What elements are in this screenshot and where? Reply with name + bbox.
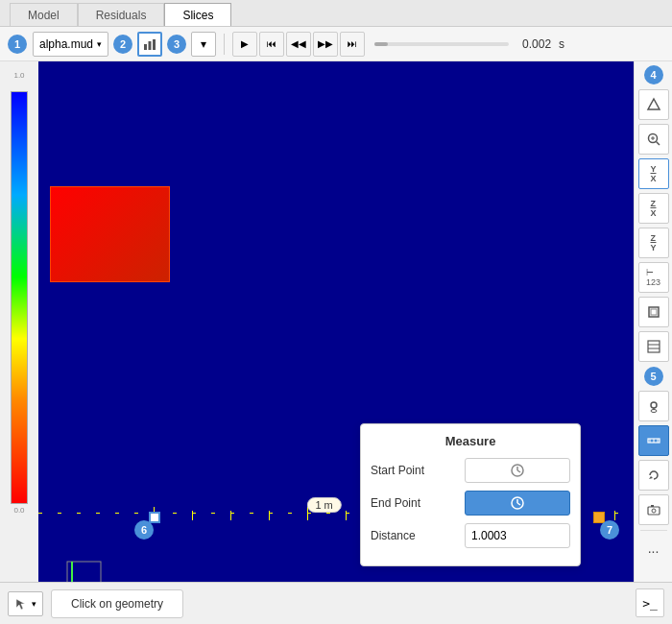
tab-bar: Model Residuals Slices bbox=[0, 0, 672, 27]
svg-marker-36 bbox=[16, 599, 25, 610]
tick-4 bbox=[269, 511, 270, 520]
more-icon: ··· bbox=[648, 543, 660, 559]
distance-value: 1.0003 bbox=[465, 523, 570, 548]
terminal-icon: >_ bbox=[642, 596, 658, 611]
svg-rect-33 bbox=[648, 507, 660, 515]
layers-icon bbox=[647, 340, 660, 353]
badge-6: 6 bbox=[134, 520, 154, 540]
svg-rect-35 bbox=[651, 505, 654, 507]
more-button[interactable]: ··· bbox=[638, 536, 669, 566]
colorbar-area: 1.0 0.0 bbox=[0, 61, 38, 624]
end-point-row: End Point bbox=[371, 491, 570, 516]
main-toolbar: 1 alpha.mud ▾ 2 3 ▾ ▶ ⏮ ◀◀ ▶▶ bbox=[0, 27, 672, 61]
zx-view-label: ZX bbox=[650, 199, 656, 218]
dropdown-arrow-icon: ▾ bbox=[97, 39, 102, 49]
frame-icon bbox=[647, 305, 660, 319]
svg-line-14 bbox=[517, 503, 520, 505]
svg-marker-32 bbox=[649, 476, 653, 479]
end-point-label: End Point bbox=[371, 496, 447, 510]
colorbar-top-label: 1.0 bbox=[13, 71, 24, 80]
xy-view-button[interactable]: YX bbox=[638, 158, 669, 189]
camera-icon bbox=[647, 503, 660, 516]
terminal-button[interactable]: >_ bbox=[636, 588, 664, 617]
media-controls: ▶ ⏮ ◀◀ ▶▶ ⏭ bbox=[232, 32, 365, 57]
svg-line-11 bbox=[517, 470, 520, 472]
bar-chart-icon bbox=[143, 37, 156, 51]
measure-start-marker[interactable] bbox=[149, 512, 160, 523]
clock-icon bbox=[510, 463, 525, 478]
zy-view-button[interactable]: ZY bbox=[638, 228, 669, 258]
badge-4: 4 bbox=[644, 65, 663, 84]
end-point-input[interactable] bbox=[465, 491, 570, 516]
zoom-icon bbox=[646, 132, 661, 147]
step-back-button[interactable]: ◀◀ bbox=[286, 32, 311, 57]
file-dropdown[interactable]: alpha.mud ▾ bbox=[33, 32, 108, 57]
zx-view-button[interactable]: ZX bbox=[638, 193, 669, 224]
tick-13 bbox=[614, 511, 615, 520]
clock-active-icon bbox=[510, 495, 525, 511]
options-dropdown-btn[interactable]: ▾ bbox=[191, 32, 216, 57]
tab-model[interactable]: Model bbox=[10, 3, 78, 26]
chevron-down-icon: ▾ bbox=[201, 37, 206, 51]
start-point-input[interactable] bbox=[465, 458, 570, 483]
measure-dialog: Measure Start Point End Point bbox=[360, 423, 581, 566]
svg-rect-2 bbox=[153, 39, 156, 50]
distance-label: Distance bbox=[371, 529, 447, 542]
badge-5: 5 bbox=[644, 367, 663, 386]
svg-point-34 bbox=[652, 509, 656, 513]
rotate-button[interactable] bbox=[638, 460, 669, 491]
cursor-dropdown-arrow: ▾ bbox=[32, 599, 36, 609]
svg-marker-15 bbox=[648, 99, 660, 109]
zy-view-label: ZY bbox=[650, 233, 656, 252]
pin-button[interactable] bbox=[638, 391, 669, 421]
zoom-button[interactable] bbox=[638, 124, 669, 155]
badge-1: 1 bbox=[8, 35, 27, 54]
play-button[interactable]: ▶ bbox=[232, 32, 257, 57]
rotate-icon bbox=[647, 468, 660, 482]
start-point-row: Start Point bbox=[371, 458, 570, 483]
time-slider[interactable] bbox=[374, 42, 509, 46]
skip-back-button[interactable]: ⏮ bbox=[259, 32, 284, 57]
cursor-button[interactable]: ▾ bbox=[8, 591, 43, 616]
camera-button[interactable] bbox=[638, 494, 669, 525]
skip-fwd-button[interactable]: ⏭ bbox=[340, 32, 365, 57]
badge-7: 7 bbox=[600, 520, 619, 540]
tick-2 bbox=[192, 511, 193, 520]
skip-fwd-icon: ⏭ bbox=[348, 38, 357, 49]
badge-3: 3 bbox=[167, 35, 186, 54]
svg-point-25 bbox=[651, 402, 657, 408]
frame-button[interactable] bbox=[638, 297, 669, 327]
step-fwd-button[interactable]: ▶▶ bbox=[313, 32, 338, 57]
bottom-bar: ▾ Click on geometry >_ bbox=[0, 582, 672, 624]
divider-1 bbox=[224, 34, 225, 55]
main-area: 1.0 0.0 1 m 6 bbox=[0, 61, 672, 624]
time-unit: s bbox=[559, 37, 564, 51]
tick-6 bbox=[346, 511, 347, 520]
numbering-button[interactable]: ⊢123 bbox=[638, 262, 669, 293]
measure-dialog-title: Measure bbox=[371, 434, 570, 448]
fluid-block bbox=[50, 186, 170, 282]
colorbar bbox=[11, 91, 28, 504]
zoom-fit-button[interactable] bbox=[638, 89, 669, 120]
measure-button[interactable] bbox=[638, 425, 669, 456]
pin-icon bbox=[647, 399, 660, 413]
badge-2: 2 bbox=[113, 35, 132, 54]
tab-residuals[interactable]: Residuals bbox=[78, 3, 165, 26]
measure-distance-label: 1 m bbox=[306, 497, 341, 513]
step-back-icon: ◀◀ bbox=[291, 38, 306, 49]
tab-slices[interactable]: Slices bbox=[164, 3, 231, 26]
chart-button[interactable] bbox=[137, 32, 162, 57]
click-geometry-button[interactable]: Click on geometry bbox=[51, 589, 183, 618]
viewport[interactable]: 1 m 6 7 X Measure bbox=[38, 61, 634, 624]
layers-button[interactable] bbox=[638, 331, 669, 362]
cursor-icon bbox=[14, 597, 28, 611]
svg-rect-0 bbox=[144, 44, 147, 50]
svg-rect-1 bbox=[149, 41, 152, 50]
colorbar-bottom-label: 0.0 bbox=[13, 506, 24, 515]
svg-rect-22 bbox=[648, 341, 660, 352]
start-point-label: Start Point bbox=[371, 464, 447, 477]
rt-divider bbox=[640, 530, 667, 531]
tick-3 bbox=[230, 511, 231, 520]
svg-line-17 bbox=[656, 142, 660, 146]
numbering-icon: ⊢123 bbox=[646, 268, 660, 287]
